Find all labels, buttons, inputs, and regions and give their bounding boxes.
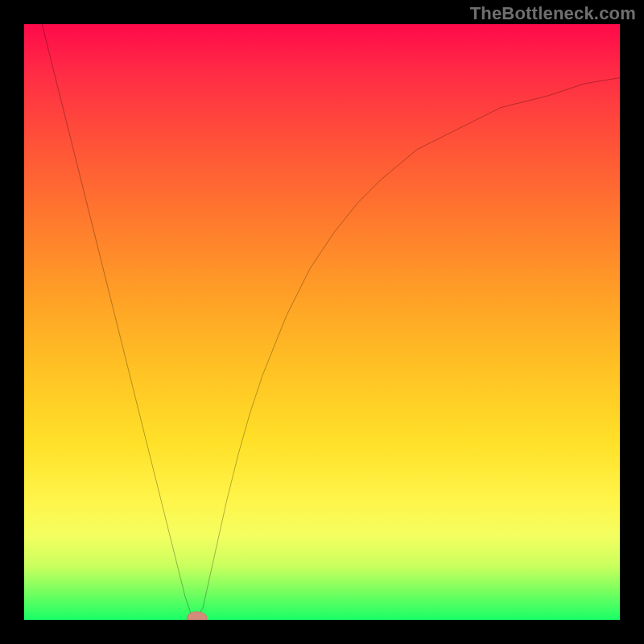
chart-overlay — [24, 24, 620, 620]
outer-frame: TheBottleneck.com — [0, 0, 644, 644]
bottleneck-curve — [24, 24, 620, 618]
watermark-text: TheBottleneck.com — [470, 3, 636, 24]
minimum-marker — [187, 612, 207, 620]
